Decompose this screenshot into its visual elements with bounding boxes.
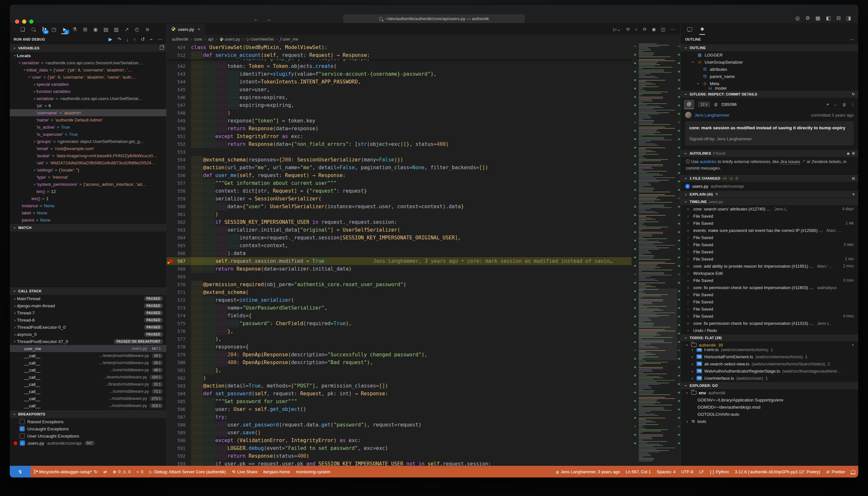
command-center[interactable]: ~/dev/authentik/authentik/core/api/users…	[343, 14, 525, 23]
extensions-icon[interactable]: ⊞	[80, 25, 90, 34]
code-line[interactable]: 585········"""Set password for user"""	[167, 398, 632, 405]
variable-row[interactable]: ›serializer=<authentik.core.api.users.Se…	[10, 59, 166, 66]
stack-frame-row[interactable]: __call__.../events/middleware.py156:1	[10, 374, 166, 381]
todo-file-row[interactable]: ›TSWebAuthnAuthenticatorRegisterStage.ts…	[681, 367, 858, 374]
code-line[interactable]: 566············).data	[167, 249, 632, 257]
code-line[interactable]: 586········user: User = self.get_object(…	[167, 405, 632, 413]
sparkle-icon[interactable]: ✦	[852, 192, 855, 197]
code-area[interactable]: 424class UserViewSet(UsedByMixin, ModelV…	[167, 44, 632, 466]
timeline-item[interactable]: ○core: fix permission check for scoped i…	[681, 320, 858, 327]
code-line[interactable]: 557········"""Get information about curr…	[167, 179, 632, 187]
refresh-icon[interactable]: ↻	[852, 92, 855, 96]
breadcrumb-item[interactable]: users.py	[219, 37, 240, 42]
more-actions-icon[interactable]: ⋯	[670, 27, 675, 32]
variables-panel-header[interactable]: › VARIABLES	[10, 44, 166, 52]
yaml-box-2-icon[interactable]: ▥	[112, 25, 121, 34]
outline-item[interactable]: ›◇Meta	[681, 80, 858, 87]
search-icon[interactable]	[29, 25, 38, 34]
timeline-item[interactable]: ○File Saved3 mos	[681, 277, 858, 284]
variable-row[interactable]: 'email'='root@example.com'	[10, 145, 166, 152]
code-line[interactable]: 573············name="UserPasswordSetSeri…	[167, 304, 632, 312]
code-line[interactable]: 563············serializer.initial_data["…	[167, 226, 632, 234]
code-line[interactable]: 578········responses={	[167, 343, 632, 351]
code-line[interactable]: 591············LOGGER.debug(event="Faile…	[167, 444, 632, 452]
outline-item[interactable]: ›◇UserGroupSerializer	[681, 59, 858, 66]
outline-section-header[interactable]: › OUTLINE	[681, 44, 858, 51]
code-line[interactable]: 553	[167, 148, 632, 156]
restart-icon[interactable]: ↺	[141, 36, 145, 42]
code-line[interactable]: 543················identifier=slugify(va…	[167, 70, 632, 78]
commit-sha[interactable]: f285096	[722, 102, 737, 107]
breakpoint-row[interactable]: User Uncaught Exceptions	[10, 432, 166, 439]
code-line[interactable]: 570····@permission_required(obj_perm="au…	[167, 281, 632, 289]
call-stack-panel-header[interactable]: › CALL STACK	[10, 287, 166, 295]
variable-row[interactable]: 'name'='authentik Default Admin'	[10, 116, 166, 123]
code-line[interactable]: 567▶········self.request.session.modifie…	[167, 257, 632, 265]
more-actions-icon[interactable]: ⋯	[157, 36, 162, 42]
panel-left-toggle-icon[interactable]: ◧	[826, 15, 831, 21]
status-eol[interactable]: LF	[696, 466, 707, 478]
timeline-item[interactable]: ○File Saved1 mo	[681, 255, 858, 262]
code-line[interactable]: 548············)	[167, 109, 632, 117]
checkbox[interactable]	[19, 433, 25, 438]
files-changed-section-header[interactable]: › 1 FILE CHANGED +0 ~1 -0 ⊟	[681, 174, 858, 182]
go-env-var[interactable]: GOMOD=~/dev/authentik/go.mod	[681, 403, 858, 410]
status-encoding[interactable]: UTF-8	[678, 466, 696, 478]
settings-gear-icon[interactable]: ⚙	[805, 15, 810, 21]
code-line[interactable]: 512····def service_account(self, request…	[167, 51, 632, 59]
kebab-icon[interactable]: ⋮	[851, 102, 855, 107]
code-line[interactable]: 565················context=context,	[167, 242, 632, 249]
code-line[interactable]: 547················expiring=expiring,	[167, 101, 632, 109]
timeline-item[interactable]: ○File Saved	[681, 298, 858, 305]
thread-row[interactable]: ›ThreadPoolExecutor-37_0PAUSED ON BREAKP…	[10, 338, 166, 345]
breakpoint-row[interactable]: ✓Uncaught Exceptions	[10, 425, 166, 432]
checkbox[interactable]	[19, 419, 25, 424]
split-editor-icon[interactable]: ◫	[661, 27, 665, 32]
timeline-item[interactable]: ○File Saved1 wk	[681, 220, 858, 227]
code-line[interactable]: 574············fields={	[167, 312, 632, 320]
go-env-var[interactable]: GOENV=~/Library/Application Support/go/e…	[681, 396, 858, 403]
variable-row[interactable]: len()=1	[10, 195, 166, 202]
copy-icon[interactable]	[160, 46, 164, 50]
change-marker-icon[interactable]: ○	[635, 27, 637, 32]
status-prettier[interactable]: ⊘Prettier	[823, 466, 848, 478]
graph-icon[interactable]: ψ	[843, 102, 846, 107]
variable-row[interactable]: ›'user'={'pk': 6, 'username': 'akadmin',…	[10, 73, 166, 80]
code-line[interactable]: 554····@extend_schema(responses={200: Se…	[167, 156, 632, 164]
minimap[interactable]	[639, 44, 677, 466]
pin-icon[interactable]: ⌖	[826, 102, 829, 107]
outline-item[interactable]: ⊡parent_name	[681, 73, 858, 80]
code-line[interactable]: 544················intent=TokenIntents.I…	[167, 78, 632, 86]
status-language-mode[interactable]: { }Python	[707, 466, 732, 478]
diamond-icon[interactable]: ◈	[847, 151, 850, 155]
working-changes-badge[interactable]: 12 ±	[698, 102, 710, 107]
code-line[interactable]: 545················user=user,	[167, 86, 632, 94]
variable-row[interactable]: 'pk'=6	[10, 102, 166, 109]
panel-bottom-toggle-icon[interactable]: ⊟	[836, 15, 840, 21]
breadcrumb-item[interactable]: core	[194, 37, 202, 42]
code-line[interactable]: 560············data={"user": UserSelfSer…	[167, 203, 632, 211]
status-indentation[interactable]: Spaces: 4	[654, 466, 679, 478]
todos-section-header[interactable]: › TODOS: FLAT (39)	[681, 334, 858, 341]
variable-row[interactable]: ›'system_permissions'=['access_admin_int…	[10, 181, 166, 188]
variable-row[interactable]: 'is_active'=True	[10, 123, 166, 130]
source-control-icon[interactable]: 12	[39, 25, 48, 34]
code-line[interactable]: 576············},	[167, 327, 632, 335]
breadcrumb-item[interactable]: ƒuser_me	[280, 37, 298, 42]
breadcrumb-item[interactable]: authentik	[172, 37, 188, 42]
timeline-item[interactable]: ○core: fix permission check for scoped i…	[681, 284, 858, 291]
commit-author-name[interactable]: Jens Langhammer	[695, 113, 730, 118]
status-notifications[interactable]	[848, 466, 858, 478]
go-env-var[interactable]: GOTOOLCHAIN=auto	[681, 410, 858, 418]
variable-row[interactable]: ›'groups'=<generator object UserSelfSeri…	[10, 138, 166, 145]
explorer-icon[interactable]: ❏	[18, 25, 27, 34]
code-line[interactable]: 562········if SESSION_KEY_IMPERSONATE_US…	[167, 218, 632, 226]
code-line[interactable]: 551········except IntegrityError as exc:	[167, 133, 632, 140]
thread-row[interactable]: ›ThreadPoolExecutor-0_0PAUSED	[10, 324, 166, 331]
status-ports[interactable]: ⌁0	[134, 466, 146, 478]
tab-chat[interactable]	[687, 24, 692, 35]
code-line[interactable]: 546················expires=expires,	[167, 94, 632, 101]
tab-users-py[interactable]: users.py ×	[167, 24, 205, 35]
gitlens-section-header[interactable]: › GITLENS: INSPECT: COMMIT DETAILS ↻	[681, 90, 858, 98]
code-line[interactable]: ················response["group_pk"] = s…	[167, 59, 632, 62]
